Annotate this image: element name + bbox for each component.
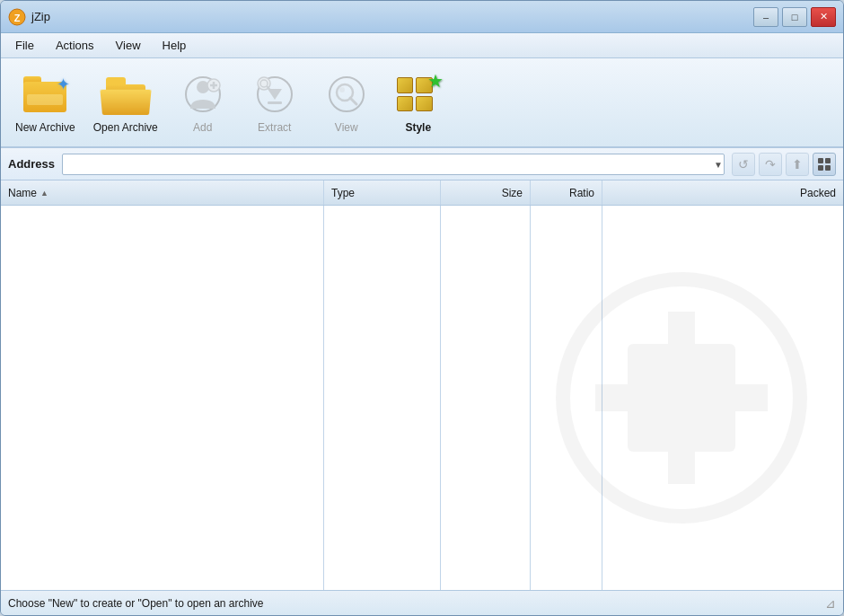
add-label: Add [193,121,212,134]
toolbar: ✦ New Archive Open Archive [1,58,843,148]
title-buttons: – □ ✕ [753,7,836,27]
title-bar-left: Z jZip [8,8,50,26]
back-icon: ↺ [738,157,749,172]
grid-view-button[interactable] [813,153,836,176]
menu-file[interactable]: File [4,35,45,56]
resize-handle[interactable]: ⊿ [825,596,836,611]
menu-bar: File Actions View Help [1,33,843,58]
col-size[interactable]: Size [441,180,531,205]
grid-view-icon [817,157,831,172]
app-icon: Z [8,8,26,26]
column-header: Name ▲ Type Size Ratio Packed [1,180,843,206]
address-actions: ↺ ↷ ⬆ [732,153,836,176]
size-pane [441,206,531,590]
style-button[interactable]: ★ Style [391,71,445,134]
content-area: Name ▲ Type Size Ratio Packed [1,180,843,590]
address-bar: Address ▼ ↺ ↷ ⬆ [1,148,843,180]
back-button[interactable]: ↺ [732,153,755,176]
minimize-button[interactable]: – [753,7,778,27]
up-icon: ⬆ [792,157,803,172]
extract-button[interactable]: Extract [248,71,302,134]
address-label: Address [8,157,55,171]
svg-rect-16 [818,158,823,163]
svg-text:Z: Z [14,13,21,23]
col-ratio[interactable]: Ratio [531,180,602,205]
address-input-wrap: ▼ [62,154,725,175]
open-archive-icon [102,71,149,118]
status-text: Choose "New" to create or "Open" to open… [8,597,264,610]
forward-icon: ↷ [765,157,776,172]
forward-button[interactable]: ↷ [759,153,782,176]
new-archive-icon: ✦ [22,71,68,118]
add-icon [180,71,226,118]
svg-rect-17 [825,158,831,163]
ratio-pane [531,206,602,590]
view-icon [323,71,370,118]
menu-actions[interactable]: Actions [45,35,105,56]
extract-icon [251,71,298,118]
svg-rect-19 [825,165,831,171]
svg-rect-18 [818,165,823,171]
sort-arrow-name: ▲ [40,189,48,198]
col-name[interactable]: Name ▲ [1,180,324,205]
svg-point-15 [339,87,345,92]
new-archive-button[interactable]: ✦ New Archive [15,71,75,134]
add-button[interactable]: Add [176,71,230,134]
type-pane [324,206,441,590]
app-title: jZip [31,10,50,23]
address-input[interactable] [62,154,725,175]
open-archive-button[interactable]: Open Archive [93,71,158,134]
main-window: Z jZip – □ ✕ File Actions View Help [0,0,844,616]
menu-view[interactable]: View [105,35,152,56]
folder-open-icon [102,74,149,115]
up-button[interactable]: ⬆ [786,153,809,176]
col-type[interactable]: Type [324,180,441,205]
col-packed[interactable]: Packed [602,180,843,205]
file-list-content [1,206,843,590]
title-bar: Z jZip – □ ✕ [1,1,843,33]
style-label: Style [405,121,431,134]
open-archive-label: Open Archive [93,121,158,134]
close-button[interactable]: ✕ [811,7,836,27]
view-button[interactable]: View [320,71,374,134]
name-pane [1,206,324,590]
svg-line-14 [350,98,356,104]
maximize-button[interactable]: □ [782,7,807,27]
svg-point-12 [330,77,364,111]
menu-help[interactable]: Help [152,35,198,56]
new-archive-label: New Archive [15,121,75,134]
folder-new-icon: ✦ [23,76,66,112]
packed-pane [602,206,843,590]
extract-label: Extract [258,121,291,134]
status-bar: Choose "New" to create or "Open" to open… [1,590,843,615]
style-icon: ★ [395,71,442,118]
address-dropdown-icon[interactable]: ▼ [714,159,723,169]
view-label: View [335,121,358,134]
svg-rect-8 [268,101,282,104]
